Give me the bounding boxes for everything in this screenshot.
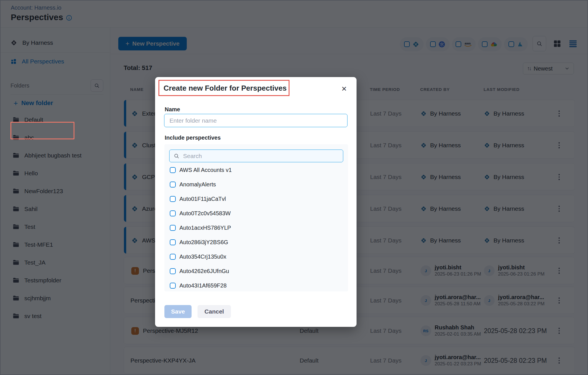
create-folder-modal: Create new Folder for Perspectives ✕ Nam… <box>155 77 357 327</box>
perspective-option-label: Auto354Crj135u0x <box>179 253 226 260</box>
perspective-option[interactable]: Auto0T2c0v54583W <box>164 206 348 221</box>
cancel-button[interactable]: Cancel <box>198 305 231 318</box>
perspective-search-input[interactable] <box>183 153 339 159</box>
perspective-option[interactable]: Auto354Crj135u0x <box>164 250 348 264</box>
perspective-option[interactable]: Auto4262e6JUfnGu <box>164 264 348 278</box>
perspective-checkbox[interactable] <box>170 283 176 289</box>
perspective-option[interactable]: Auto01F11jaCaTvl <box>164 192 348 206</box>
perspective-option[interactable]: Auto1acxHS786YLP <box>164 221 348 235</box>
perspective-option-label: Auto01F11jaCaTvl <box>179 196 226 202</box>
perspective-option-label: Auto1acxHS786YLP <box>179 225 231 231</box>
perspective-checkbox[interactable] <box>170 254 176 260</box>
save-button[interactable]: Save <box>164 305 192 318</box>
perspective-checkbox[interactable] <box>170 210 176 216</box>
perspective-option-label: AWS All Accounts v1 <box>179 167 232 173</box>
perspective-option-label: Auto43I1Af659F28 <box>179 282 227 289</box>
perspective-search[interactable] <box>169 150 343 162</box>
perspective-option[interactable]: Auto43I1Af659F28 <box>164 278 348 291</box>
include-perspectives-label: Include perspectives <box>165 135 221 141</box>
perspective-checkbox[interactable] <box>170 239 176 245</box>
close-icon[interactable]: ✕ <box>339 84 349 94</box>
search-icon <box>173 153 180 159</box>
perspective-option-label: Auto4262e6JUfnGu <box>179 268 229 274</box>
perspective-options: AWS All Accounts v1 AnomalyAlerts Auto01… <box>164 163 348 291</box>
perspective-option[interactable]: AnomalyAlerts <box>164 177 348 192</box>
perspectives-list: AWS All Accounts v1 AnomalyAlerts Auto01… <box>164 144 348 291</box>
perspective-option-label: Auto286i3jY2BS6G <box>179 239 228 246</box>
perspective-option[interactable]: Auto286i3jY2BS6G <box>164 235 348 250</box>
name-label: Name <box>165 106 180 113</box>
perspective-checkbox[interactable] <box>170 167 176 173</box>
perspective-option-label: Auto0T2c0v54583W <box>179 210 231 217</box>
perspective-checkbox[interactable] <box>170 268 176 274</box>
perspective-checkbox[interactable] <box>170 182 176 188</box>
perspectives-page: Account: Harness.io Perspectives By Harn… <box>0 0 588 375</box>
perspective-option[interactable]: AWS All Accounts v1 <box>164 163 348 177</box>
folder-name-input[interactable] <box>164 114 347 127</box>
perspective-checkbox[interactable] <box>170 225 176 231</box>
perspective-checkbox[interactable] <box>170 196 176 202</box>
modal-title: Create new Folder for Perspectives <box>164 84 287 93</box>
perspective-option-label: AnomalyAlerts <box>179 181 216 188</box>
